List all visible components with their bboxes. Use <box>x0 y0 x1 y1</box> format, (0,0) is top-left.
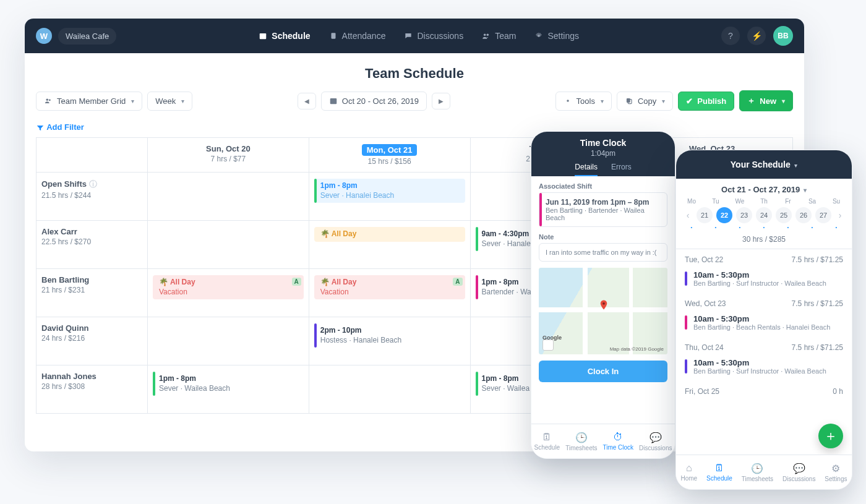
phone1-tabbar: 🗓Schedule 🕒Timesheets ⏱Time Clock 💬Discu… <box>531 424 675 458</box>
weekday-label: We <box>732 198 748 205</box>
assoc-shift-label: Associated Shift <box>539 182 667 190</box>
copy-icon <box>625 96 633 105</box>
shift-block[interactable]: 🌴 All Day <box>314 227 465 242</box>
shift-block[interactable]: 1pm - 8pmSever · Wailea Beach <box>153 372 304 396</box>
map-credit: Map data ©2019 Google <box>610 346 664 352</box>
chat-icon: 💬 <box>793 463 805 474</box>
tab-timeclock[interactable]: ⏱Time Clock <box>602 432 633 451</box>
stopwatch-icon: ⏱ <box>613 432 623 443</box>
tab-schedule[interactable]: 🗓Schedule <box>706 463 732 482</box>
map-logo: Google <box>542 335 562 341</box>
grid-cell[interactable]: 1pm - 8pmSever · Wailea Beach <box>148 365 309 414</box>
publish-button[interactable]: ✔Publish <box>678 92 734 111</box>
day-pill[interactable]: 21 <box>697 207 713 223</box>
day-dot: • <box>708 224 724 230</box>
tab-home[interactable]: ⌂Home <box>680 463 697 482</box>
map-preview[interactable]: Google Map data ©2019 Google <box>539 268 667 354</box>
phone1-time: 1:04pm <box>538 149 669 158</box>
next-week-button[interactable]: › <box>836 210 844 220</box>
tab-timesheets[interactable]: 🕒Timesheets <box>565 432 597 451</box>
next-period-button[interactable]: ▶ <box>432 93 450 109</box>
schedule-toolbar: Team Member Grid▾ Week▾ ◀ Oct 20 - Oct 2… <box>25 90 804 121</box>
row-label: Ben Bartling21 hrs / $231 <box>36 269 148 317</box>
grid-cell[interactable]: 1pm - 8pmSever · Hanalei Beach <box>309 173 470 221</box>
add-fab[interactable]: ＋ <box>818 424 843 448</box>
phone2-header[interactable]: Your Schedule ▾ <box>676 150 852 179</box>
tab-timesheets[interactable]: 🕒Timesheets <box>742 463 773 482</box>
shift-block[interactable]: 🌴 All DayVacationA <box>314 275 465 299</box>
grid-cell[interactable] <box>148 317 309 365</box>
svg-point-12 <box>602 302 605 305</box>
clipboard-icon <box>329 32 338 40</box>
clock-in-button[interactable]: Clock In <box>539 361 667 382</box>
list-day-header: Thu, Oct 247.5 hrs / $71.25 <box>676 337 852 354</box>
bolt-icon[interactable]: ⚡ <box>747 27 766 45</box>
list-day-header: Fri, Oct 250 h <box>676 381 852 398</box>
svg-point-3 <box>484 34 486 36</box>
day-pill[interactable]: 25 <box>776 207 792 223</box>
tab-schedule[interactable]: 🗓Schedule <box>534 432 560 451</box>
week-total: 30 hrs / $285 <box>684 235 844 244</box>
grid-cell[interactable]: 🌴 All DayVacationA <box>148 269 309 317</box>
note-card[interactable]: I ran into some traffic on my way in :( <box>539 243 667 262</box>
svg-point-7 <box>49 99 51 101</box>
weekday-label: Th <box>756 198 772 205</box>
day-pill[interactable]: 26 <box>795 207 812 223</box>
map-layers-icon[interactable] <box>542 340 554 351</box>
tab-errors[interactable]: Errors <box>611 163 632 176</box>
tools-button[interactable]: Tools▾ <box>555 92 612 111</box>
view-picker[interactable]: Team Member Grid▾ <box>36 92 142 111</box>
list-shift[interactable]: 10am - 5:30pmBen Bartling · Surf Instruc… <box>676 267 852 293</box>
tab-settings[interactable]: ⚙Settings <box>825 463 847 482</box>
help-icon[interactable]: ? <box>721 27 740 45</box>
grid-cell[interactable] <box>148 173 309 221</box>
user-avatar[interactable]: BB <box>773 26 793 46</box>
grid-cell[interactable] <box>148 221 309 269</box>
top-navbar: W Wailea Cafe Schedule Attendance Discus… <box>25 19 804 53</box>
grid-cell[interactable] <box>309 365 470 414</box>
new-button[interactable]: ＋New▾ <box>739 90 793 111</box>
add-filter[interactable]: Add Filter <box>25 121 804 137</box>
prev-period-button[interactable]: ◀ <box>298 93 316 109</box>
page-title: Team Schedule <box>25 66 804 82</box>
shift-block[interactable]: 1pm - 8pmSever · Hanalei Beach <box>314 179 465 203</box>
nav-settings[interactable]: Settings <box>534 31 579 41</box>
grid-cell[interactable]: 🌴 All DayVacationA <box>309 269 470 317</box>
nav-schedule[interactable]: Schedule <box>259 31 310 41</box>
weekday-label: Fr <box>780 198 796 205</box>
tab-discussions[interactable]: 💬Discussions <box>639 432 672 451</box>
svg-rect-1 <box>260 33 267 35</box>
tab-discussions[interactable]: 💬Discussions <box>782 463 815 482</box>
day-pill[interactable]: 27 <box>815 207 831 223</box>
weekday-label: Mo <box>684 198 700 205</box>
row-label: Alex Carr22.5 hrs / $270 <box>36 221 148 269</box>
tab-details[interactable]: Details <box>575 163 598 176</box>
day-pill[interactable]: 22 <box>716 207 732 223</box>
day-pill[interactable]: 24 <box>756 207 772 223</box>
list-day-header: Wed, Oct 237.5 hrs / $71.25 <box>676 293 852 310</box>
nav-right: ? ⚡ BB <box>721 26 793 46</box>
people-icon <box>44 96 53 105</box>
nav-attendance[interactable]: Attendance <box>329 31 386 41</box>
grid-cell[interactable]: 2pm - 10pmHostess · Hanalei Beach <box>309 317 470 365</box>
home-icon: ⌂ <box>686 463 692 474</box>
workspace-picker[interactable]: W Wailea Cafe <box>36 28 116 45</box>
date-range-picker[interactable]: Oct 20 - Oct 26, 2019 <box>321 92 427 111</box>
nav-team[interactable]: Team <box>482 31 516 41</box>
day-pill[interactable]: 23 <box>736 207 752 223</box>
shift-block[interactable]: 2pm - 10pmHostess · Hanalei Beach <box>314 323 465 348</box>
list-shift[interactable]: 10am - 5:30pmBen Bartling · Beach Rental… <box>676 310 852 337</box>
period-picker[interactable]: Week▾ <box>147 92 192 111</box>
shift-block[interactable]: 🌴 All DayVacationA <box>153 275 304 299</box>
grid-cell[interactable]: 🌴 All Day <box>309 221 470 269</box>
week-range[interactable]: Oct 21 - Oct 27, 2019 ▾ <box>684 185 844 194</box>
copy-button[interactable]: Copy▾ <box>617 92 673 111</box>
info-icon[interactable]: ⓘ <box>89 179 97 189</box>
gear-icon <box>564 96 572 105</box>
prev-week-button[interactable]: ‹ <box>684 210 692 220</box>
map-pin-icon <box>598 299 608 309</box>
nav-discussions[interactable]: Discussions <box>404 31 463 41</box>
list-shift[interactable]: 10am - 5:30pmBen Bartling · Surf Instruc… <box>676 354 852 381</box>
day-dot: • <box>684 224 700 230</box>
assoc-shift-card[interactable]: Jun 11, 2019 from 1pm – 8pm Ben Bartling… <box>539 192 667 227</box>
